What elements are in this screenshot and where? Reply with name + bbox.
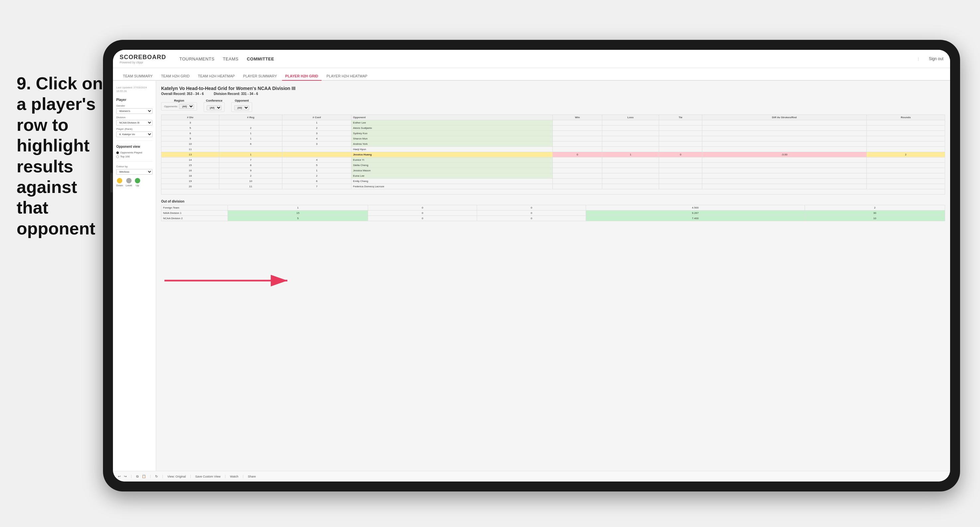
- opponents-played-radio-indicator: [116, 151, 119, 154]
- out-row-foreign[interactable]: Foreign Team 1 0 0 4.500 2: [161, 205, 945, 211]
- player-select[interactable]: 8. Katelyn Vo: [116, 132, 153, 137]
- cell-div: 3: [161, 120, 219, 125]
- cell-rounds: [866, 141, 945, 147]
- cell-conf: 2: [282, 125, 352, 131]
- player-rank-label: Player (Rank): [116, 127, 153, 130]
- conference-label: Conference: [204, 99, 224, 102]
- cell-rounds: [866, 147, 945, 152]
- out-row-ncaa2[interactable]: NCAA Division 2 5 0 0 7.400 10: [161, 216, 945, 221]
- cell-win: 15: [228, 211, 368, 216]
- subnav-player-summary[interactable]: PLAYER SUMMARY: [240, 72, 280, 81]
- undo-button[interactable]: ↩: [118, 475, 121, 478]
- division-select[interactable]: NCAA Division III: [116, 120, 153, 125]
- view-original-button[interactable]: View: Original: [167, 475, 186, 478]
- cell-label: NCAA Division 2: [161, 216, 228, 221]
- subnav-player-h2h-heatmap[interactable]: PLAYER H2H HEATMAP: [323, 72, 371, 81]
- cell-win: 0: [553, 152, 602, 157]
- cell-rounds: [866, 120, 945, 125]
- gender-select[interactable]: Women's: [116, 108, 153, 114]
- cell-rounds: [866, 168, 945, 173]
- table-row[interactable]: 19 10 6 Emily Chang: [161, 179, 945, 184]
- table-row[interactable]: 9 1 4 Sharon Mun: [161, 136, 945, 141]
- table-row[interactable]: 14 7 4 Eunice Yi: [161, 157, 945, 163]
- conference-select[interactable]: (All): [207, 105, 221, 110]
- nav-teams[interactable]: TEAMS: [223, 55, 239, 63]
- opponent-filter-box: (All): [231, 102, 252, 112]
- copy-button[interactable]: ⧉: [136, 475, 138, 478]
- cell-loss: [602, 163, 659, 168]
- cell-opponent: Esther Lee: [351, 120, 553, 125]
- opponent-select[interactable]: (All): [234, 105, 249, 110]
- cell-tie: [659, 184, 702, 189]
- top-100-radio[interactable]: Top 100: [116, 155, 153, 158]
- table-row[interactable]: 11 Haeji Hyun: [161, 147, 945, 152]
- cell-reg: 2: [219, 173, 282, 179]
- out-row-naia[interactable]: NAIA Division 1 15 0 0 9.267 30: [161, 211, 945, 216]
- cell-diff: -3.00: [702, 152, 866, 157]
- nav-committee[interactable]: COMMITTEE: [247, 55, 274, 63]
- cell-label: Foreign Team: [161, 205, 228, 211]
- cell-reg: 11: [219, 184, 282, 189]
- refresh-button[interactable]: ↻: [155, 475, 158, 478]
- share-button[interactable]: Share: [248, 475, 256, 478]
- cell-tie: 0: [477, 216, 586, 221]
- sub-nav: TEAM SUMMARY TEAM H2H GRID TEAM H2H HEAT…: [113, 68, 950, 81]
- table-row-empty: [161, 189, 945, 195]
- nav-tournaments[interactable]: TOURNAMENTS: [180, 55, 215, 63]
- subnav-player-h2h-grid[interactable]: PLAYER H2H GRID: [282, 72, 321, 81]
- redo-button[interactable]: ↪: [124, 475, 127, 478]
- top-nav: SCOREBOARD Powered by clippi TOURNAMENTS…: [113, 50, 950, 68]
- th-conf: # Conf: [282, 115, 352, 120]
- subnav-team-summary[interactable]: TEAM SUMMARY: [119, 72, 156, 81]
- opponents-played-radio[interactable]: Opponents Played: [116, 151, 153, 154]
- data-area: Katelyn Vo Head-to-Head Grid for Women's…: [156, 81, 950, 471]
- table-row[interactable]: 18 2 2 Euna Lee: [161, 173, 945, 179]
- table-row[interactable]: 20 11 7 Federica Domecq Lacroze: [161, 184, 945, 189]
- table-row[interactable]: 3 1 Esther Lee: [161, 120, 945, 125]
- sidebar-player-section: Player: [116, 98, 153, 102]
- color-level: [126, 178, 132, 183]
- main-content: Last Updated: 27/03/2024 16:55:28 Player…: [113, 81, 950, 471]
- paste-button[interactable]: 📋: [142, 475, 146, 478]
- cell-diff: [702, 136, 866, 141]
- cell-rounds: 2: [805, 205, 945, 211]
- table-row[interactable]: 5 2 2 Alexis Sudijanto: [161, 125, 945, 131]
- watch-button[interactable]: Watch: [230, 475, 238, 478]
- colour-by-select[interactable]: Win/loss: [116, 169, 153, 175]
- sidebar: Last Updated: 27/03/2024 16:55:28 Player…: [113, 81, 156, 471]
- table-row[interactable]: 6 1 3 Sydney Kuo: [161, 131, 945, 136]
- nav-separator: |: [918, 57, 919, 61]
- cell-tie: 0: [477, 205, 586, 211]
- cell-win: [553, 163, 602, 168]
- cell-div: 5: [161, 125, 219, 131]
- bottom-toolbar: ↩ ↪ | ⧉ 📋 | ↻ | View: Original | Save Cu…: [113, 471, 950, 481]
- cell-div: 16: [161, 168, 219, 173]
- cell-conf: 3: [282, 141, 352, 147]
- cell-tie: [659, 136, 702, 141]
- save-custom-view-button[interactable]: Save Custom View: [195, 475, 221, 478]
- tablet-screen: SCOREBOARD Powered by clippi TOURNAMENTS…: [113, 50, 950, 481]
- cell-opponent: Sharon Mun: [351, 136, 553, 141]
- table-row[interactable]: 15 8 5 Stella Cheng: [161, 163, 945, 168]
- separator-6: |: [242, 475, 243, 478]
- sign-out-button[interactable]: Sign out: [929, 56, 943, 61]
- table-row[interactable]: 10 6 3 Andrea York: [161, 141, 945, 147]
- cell-win: [553, 125, 602, 131]
- separator-4: |: [190, 475, 191, 478]
- cell-win: [553, 173, 602, 179]
- th-div: # Div: [161, 115, 219, 120]
- cell-diff: [702, 157, 866, 163]
- region-select[interactable]: (All): [179, 104, 194, 109]
- subnav-team-h2h-grid[interactable]: TEAM H2H GRID: [158, 72, 193, 81]
- selected-player-row[interactable]: 13 1 Jessica Huang 0 1 0 -3.00 2: [161, 152, 945, 157]
- tablet-side-button: [110, 173, 113, 193]
- subnav-team-h2h-heatmap[interactable]: TEAM H2H HEATMAP: [195, 72, 238, 81]
- cell-diff: [702, 141, 866, 147]
- region-filter-group: Region Opponents: (All): [161, 99, 197, 112]
- table-row[interactable]: 16 9 1 Jessica Mason: [161, 168, 945, 173]
- cell-div: 14: [161, 157, 219, 163]
- cell-label: NAIA Division 1: [161, 211, 228, 216]
- conference-filter-box: (All): [204, 102, 224, 112]
- cell-diff: [702, 173, 866, 179]
- cell-win: [553, 131, 602, 136]
